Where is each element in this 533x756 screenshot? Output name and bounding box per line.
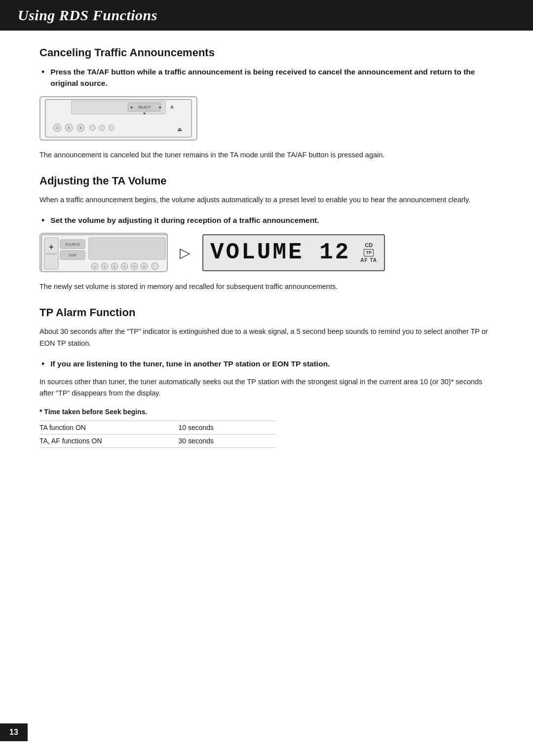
body-text-tp2: In sources other than tuner, the tuner a…: [39, 376, 494, 399]
bullet-item-tp: • If you are listening to the tuner, tun…: [39, 358, 494, 369]
section-heading-canceling: Canceling Traffic Announcements: [39, 46, 494, 59]
svg-point-16: [109, 125, 114, 130]
bullet-item-cancel: • Press the TA/AF button while a traffic…: [39, 66, 494, 89]
bullet-dot-adjust: •: [41, 216, 44, 226]
arrow-right-icon: ▷: [180, 245, 190, 261]
table-row: TA function ON 10 seconds: [39, 421, 276, 434]
svg-text:▼: ▼: [143, 111, 147, 116]
page-content: Canceling Traffic Announcements • Press …: [0, 46, 533, 501]
bullet-dot-tp: •: [41, 359, 44, 369]
section-canceling: Canceling Traffic Announcements • Press …: [39, 46, 494, 161]
svg-point-14: [90, 125, 95, 130]
body-text-adjust2: The newly set volume is stored in memory…: [39, 281, 494, 292]
table-cell-label: TA, AF functions ON: [39, 434, 178, 448]
bullet-text-cancel: Press the TA/AF button while a traffic a…: [50, 66, 494, 89]
body-text-tp1: About 30 seconds after the “TP” indicato…: [39, 326, 494, 349]
tp-icon: TP: [364, 249, 374, 256]
svg-text:►: ►: [158, 105, 162, 109]
table-cell-value: 30 seconds: [178, 434, 276, 448]
svg-text:⏏: ⏏: [177, 126, 182, 132]
table-cell-value: 10 seconds: [178, 421, 276, 434]
device-volume-svg: + SOURCE DISP 1 2: [40, 234, 168, 272]
device-volume-display: VOLUME 12 CD TP AF TA: [202, 234, 385, 271]
device-illustration-cancel: SELECT ◄ ► ▼ A 4 5 6: [39, 96, 197, 141]
svg-point-15: [99, 125, 105, 130]
svg-text:SOURCE: SOURCE: [65, 243, 80, 246]
svg-rect-26: [89, 238, 165, 259]
page-number: 13: [0, 723, 28, 741]
svg-text:+: +: [49, 243, 53, 251]
section-heading-adjusting: Adjusting the TA Volume: [39, 175, 494, 187]
table-cell-label: TA function ON: [39, 421, 178, 434]
svg-rect-21: [45, 253, 57, 254]
volume-text: VOLUME 12: [210, 240, 350, 265]
page-wrapper: Using RDS Functions Canceling Traffic An…: [0, 0, 533, 756]
svg-text:5: 5: [68, 126, 70, 129]
page-title: Using RDS Functions: [18, 7, 515, 24]
bullet-item-adjust: • Set the volume by adjusting it during …: [39, 215, 494, 226]
af-ta-icon: AF TA: [360, 257, 377, 263]
volume-icons: CD TP AF TA: [360, 242, 377, 263]
body-text-adjust1: When a traffic announcement begins, the …: [39, 194, 494, 206]
device-volume-row: + SOURCE DISP 1 2: [39, 233, 494, 272]
svg-point-39: [152, 263, 158, 270]
svg-text:6: 6: [80, 126, 82, 129]
device-volume-left: + SOURCE DISP 1 2: [39, 233, 168, 272]
section-tp-alarm: TP Alarm Function About 30 seconds after…: [39, 306, 494, 448]
svg-text:◄: ◄: [129, 105, 133, 109]
svg-text:4: 4: [56, 126, 58, 129]
time-note: * Time taken before Seek begins.: [39, 408, 494, 416]
section-adjusting: Adjusting the TA Volume When a traffic a…: [39, 175, 494, 293]
bullet-dot-cancel: •: [41, 67, 44, 77]
svg-text:A: A: [170, 104, 174, 109]
device-cancel-svg: SELECT ◄ ► ▼ A 4 5 6: [40, 97, 196, 140]
bullet-text-tp: If you are listening to the tuner, tune …: [50, 358, 330, 369]
body-text-cancel: The announcement is canceled but the tun…: [39, 149, 494, 161]
time-table: TA function ON 10 seconds TA, AF functio…: [39, 421, 276, 448]
svg-text:DISP: DISP: [69, 253, 77, 257]
bullet-text-adjust: Set the volume by adjusting it during re…: [50, 215, 319, 226]
cd-icon: CD: [365, 242, 373, 248]
section-heading-tp: TP Alarm Function: [39, 306, 494, 319]
table-row: TA, AF functions ON 30 seconds: [39, 434, 276, 448]
page-header: Using RDS Functions: [0, 0, 533, 31]
svg-text:SELECT: SELECT: [138, 105, 151, 108]
